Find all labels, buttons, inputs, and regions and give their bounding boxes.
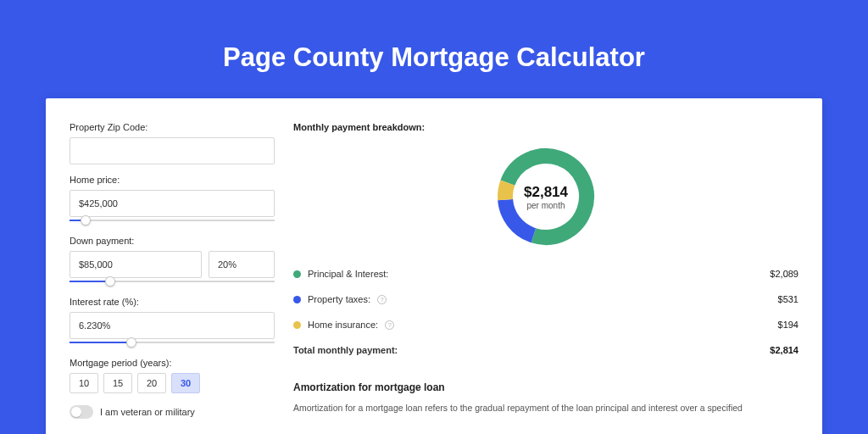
form-panel: Property Zip Code: Home price: Down paym… bbox=[70, 122, 275, 434]
donut-sublabel: per month bbox=[526, 201, 565, 210]
home-price-input[interactable] bbox=[70, 190, 275, 217]
page-title: Page County Mortgage Calculator bbox=[46, 42, 822, 73]
down-payment-label: Down payment: bbox=[70, 236, 275, 246]
interest-slider[interactable] bbox=[70, 337, 275, 348]
green-dot-icon bbox=[293, 270, 301, 278]
veteran-label: I am veteran or military bbox=[100, 407, 195, 417]
amortization-section: Amortization for mortgage loan Amortizat… bbox=[293, 381, 798, 415]
home-price-slider[interactable] bbox=[70, 215, 275, 225]
legend-value: $531 bbox=[778, 294, 798, 304]
period-option-15[interactable]: 15 bbox=[103, 373, 132, 393]
interest-input[interactable] bbox=[70, 312, 275, 339]
slider-thumb[interactable] bbox=[81, 215, 91, 225]
legend-row: Home insurance:?$194 bbox=[293, 312, 798, 337]
veteran-row: I am veteran or military bbox=[70, 405, 275, 419]
zip-label: Property Zip Code: bbox=[70, 122, 275, 132]
veteran-toggle[interactable] bbox=[70, 405, 93, 419]
yellow-dot-icon bbox=[293, 321, 301, 329]
breakdown-title: Monthly payment breakdown: bbox=[293, 122, 798, 132]
legend-value: $194 bbox=[778, 320, 798, 330]
down-payment-amount-input[interactable] bbox=[70, 251, 202, 278]
period-label: Mortgage period (years): bbox=[70, 358, 275, 368]
legend-label: Property taxes: bbox=[308, 294, 370, 304]
amortization-title: Amortization for mortgage loan bbox=[293, 381, 798, 393]
donut-amount: $2,814 bbox=[524, 184, 568, 201]
period-options: 10152030 bbox=[70, 373, 275, 393]
legend-value: $2,089 bbox=[770, 269, 798, 279]
calculator-card: Property Zip Code: Home price: Down paym… bbox=[46, 98, 822, 434]
period-option-10[interactable]: 10 bbox=[70, 373, 98, 393]
down-payment-group: Down payment: bbox=[70, 236, 275, 287]
blue-dot-icon bbox=[293, 296, 301, 303]
interest-group: Interest rate (%): bbox=[70, 297, 275, 348]
legend-row: Property taxes:?$531 bbox=[293, 287, 798, 312]
interest-label: Interest rate (%): bbox=[70, 297, 275, 307]
info-icon[interactable]: ? bbox=[377, 295, 387, 304]
total-label: Total monthly payment: bbox=[293, 345, 398, 355]
zip-input[interactable] bbox=[70, 137, 275, 164]
period-group: Mortgage period (years): 10152030 bbox=[70, 358, 275, 393]
legend-row: Principal & Interest:$2,089 bbox=[293, 261, 798, 287]
zip-group: Property Zip Code: bbox=[70, 122, 275, 164]
slider-thumb[interactable] bbox=[105, 276, 115, 287]
legend-label: Principal & Interest: bbox=[308, 269, 388, 279]
total-row: Total monthly payment: $2,814 bbox=[293, 337, 798, 363]
home-price-group: Home price: bbox=[70, 175, 275, 225]
down-payment-percent-input[interactable] bbox=[209, 251, 275, 278]
period-option-30[interactable]: 30 bbox=[171, 373, 200, 393]
total-value: $2,814 bbox=[770, 345, 798, 355]
home-price-label: Home price: bbox=[70, 175, 275, 185]
slider-thumb[interactable] bbox=[126, 337, 136, 348]
legend-label: Home insurance: bbox=[308, 320, 378, 330]
period-option-20[interactable]: 20 bbox=[137, 373, 166, 393]
breakdown-panel: Monthly payment breakdown: $2,814 per mo… bbox=[293, 122, 798, 434]
donut-chart: $2,814 per month bbox=[293, 139, 798, 261]
amortization-text: Amortization for a mortgage loan refers … bbox=[293, 402, 798, 415]
down-payment-slider[interactable] bbox=[70, 276, 275, 287]
info-icon[interactable]: ? bbox=[385, 320, 394, 330]
